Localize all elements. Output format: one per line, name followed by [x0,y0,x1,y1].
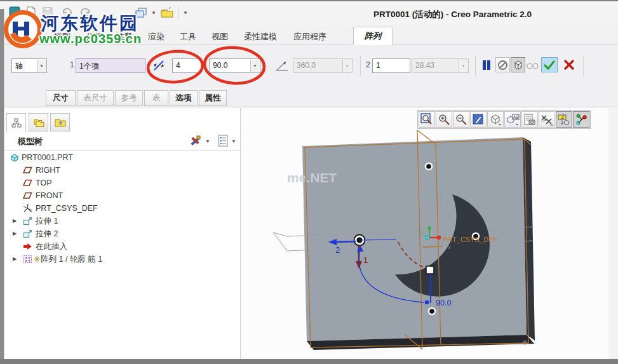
extrude-icon [23,217,32,226]
panel-tab-properties[interactable]: 属性 [199,90,227,106]
cancel-button[interactable] [562,57,576,72]
panel-tab-dimensions[interactable]: 尺寸 [46,90,76,106]
expander-icon[interactable]: ▶ [13,253,17,266]
panel-tab-table-dimensions: 表尺寸 [77,90,114,106]
tree-row[interactable]: FRONT [6,189,235,202]
tree-row[interactable]: TOP [6,177,235,189]
panel-tab-options[interactable]: 选项 [170,90,198,106]
folder-browser-tab[interactable] [29,113,48,131]
window-title: PRT0001 (活动的) - Creo Parametric 2.0 [373,9,532,20]
dashboard-separator [583,56,584,76]
windows-dropdown-icon[interactable]: ▼ [151,10,156,16]
chevron-down-icon[interactable]: ▼ [231,138,236,144]
tab-flexible-modeling[interactable]: 柔性建模 [236,29,285,44]
navigator-panel: ✳ 模型树 ▼ ▼ [5,108,241,359]
dashboard-separator [360,56,361,76]
pattern-icon [23,255,32,264]
reverse-direction-icon[interactable] [152,59,165,72]
dashboard-separator [475,56,476,76]
site-url-watermark: www.pc0359.cn [39,32,142,46]
tab-tools[interactable]: 工具 [173,29,203,44]
tree-row[interactable]: PRT0001.PRT [6,151,235,164]
preview-button[interactable] [511,57,525,72]
canvas-watermark-2: .e [521,338,527,347]
angle-icon [275,60,289,72]
tree-row[interactable]: ▶ 拉伸 2 [6,227,235,240]
regenerate-flag: ※ [34,253,40,266]
window-left-edge [0,9,4,359]
model-tree-tab[interactable] [6,113,26,133]
folder-browser-icon [33,118,44,128]
right-margin [608,108,618,359]
tree-tools-icon[interactable] [189,135,202,147]
direction2-count-field[interactable]: 1 [372,58,410,73]
tab-render[interactable]: 渲染 [141,29,171,44]
svg-text:×: × [448,245,451,251]
window-bottom-edge [0,359,618,364]
chevron-down-icon[interactable]: ▼ [205,138,210,144]
angle-dimension-value: 90.0 [436,299,451,307]
qa-separator [178,6,178,19]
extrude-icon [23,229,32,238]
pattern-count-field[interactable]: 4 [172,58,201,73]
window-top-edge [0,0,618,1]
chevron-down-icon[interactable]: ▼ [250,60,259,72]
direction2-spacing-field: 28.43 ▼ [412,58,469,73]
favorites-folder-icon: ✳ [55,118,66,128]
datum-plane-icon [23,179,32,187]
canvas-watermark: me.NET [287,170,337,185]
csys-label[interactable]: PRT_CSYS_DEF [443,236,497,243]
angle-increment-field[interactable]: 90.0 ▼ [209,58,260,73]
pause-icon[interactable] [480,57,493,72]
panel-tab-table: 表 [144,90,168,106]
insert-here-icon [23,242,32,251]
site-logo [4,10,42,48]
full-angle-field: 360.0 ▼ [293,58,353,73]
chevron-down-icon: ▼ [459,60,467,72]
model-tree-icon [11,118,22,128]
part-icon [10,153,19,162]
csys-icon [23,204,32,213]
tree-row[interactable]: 在此插入 [6,240,235,253]
tab-applications[interactable]: 应用程序 [286,29,334,44]
svg-text:2: 2 [335,245,340,255]
open-folder-icon[interactable] [161,6,172,18]
model-tree-header: 模型树 ▼ ▼ [5,132,240,151]
no-preview-button[interactable] [495,57,510,72]
tree-settings-icon[interactable] [217,135,229,147]
creo-window: ▼ ▼ PRT0001 (活动的) - Creo Parametric 2.0 … [0,0,618,364]
angle-drag-handle[interactable] [426,266,434,274]
expander-icon[interactable]: ▶ [13,227,17,240]
customize-dropdown-icon[interactable]: ▼ [183,10,188,16]
tree-row[interactable]: ▶ ※ 阵列 1 / 轮廓 筋 1 [6,253,235,266]
chevron-down-icon: ▼ [342,60,351,72]
pattern-type-select[interactable]: 轴 ▼ [11,58,47,73]
tree-row[interactable]: ▶ 拉伸 1 [6,215,235,227]
model-scene[interactable]: me.NET .e [241,108,608,359]
direction2-number: 2 [366,60,370,69]
tab-view[interactable]: 视图 [205,29,235,44]
model-tree-title: 模型树 [18,136,43,147]
svg-text:1: 1 [363,255,368,265]
verify-icon [526,57,539,72]
datum-plane-icon [23,166,32,174]
panel-tab-references: 参考 [115,90,143,106]
datum-plane-icon [23,191,32,199]
svg-text:✳: ✳ [58,120,63,126]
ok-button[interactable] [541,57,558,72]
expander-icon[interactable]: ▶ [13,215,17,227]
chevron-down-icon[interactable]: ▼ [37,60,46,72]
tree-row[interactable]: RIGHT [6,164,235,177]
tab-pattern-active[interactable]: 阵列 [353,27,393,45]
tree-row[interactable]: PRT_CSYS_DEF [6,202,235,215]
favorites-tab[interactable]: ✳ [50,113,70,131]
direction1-number: 1 [70,60,74,69]
axis-collector-field[interactable]: 1个项 [76,58,145,73]
